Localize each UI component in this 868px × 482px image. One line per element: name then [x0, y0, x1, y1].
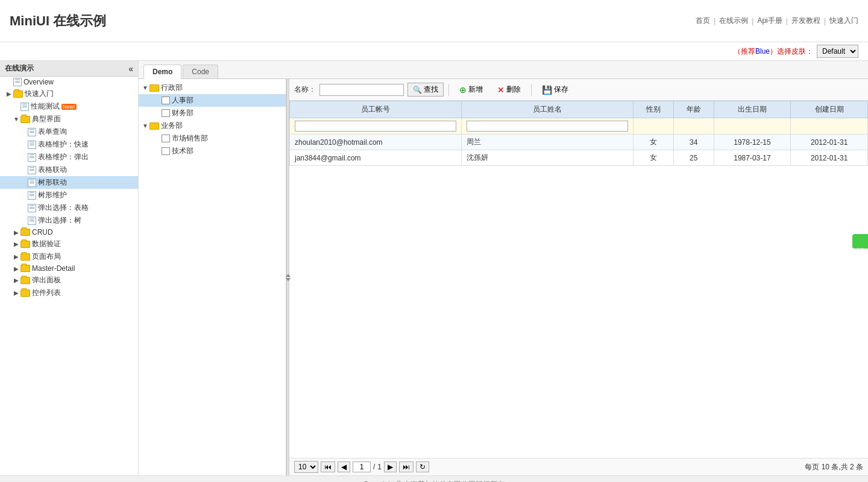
first-page-btn[interactable]: ⏮ — [321, 461, 335, 472]
dtree-item-jishu[interactable]: 技术部 — [139, 145, 286, 157]
edit-cell-name[interactable] — [462, 118, 634, 135]
header: MiniUI 在线示例 首页 | 在线示例 | Api手册 | 开发教程 | 快… — [0, 0, 868, 42]
tab-demo[interactable]: Demo — [143, 65, 181, 79]
delete-button[interactable]: ✕ 删除 — [492, 83, 526, 97]
splitter-arrows — [286, 274, 291, 281]
nav-home[interactable]: 首页 — [696, 16, 710, 26]
side-feedback-tab[interactable]: 反馈 — [852, 234, 868, 249]
next-page-btn[interactable]: ▶ — [384, 461, 397, 472]
dtree-item-xingzheng[interactable]: ▼ 行政部 — [139, 81, 286, 94]
table-row[interactable]: zhoulan2010@hotmail.com 周兰 女 34 1978-12-… — [290, 135, 868, 150]
del-btn-label: 删除 — [506, 84, 521, 95]
col-header-account: 员工帐号 — [290, 101, 462, 118]
nav-quickstart[interactable]: 快速入门 — [829, 16, 858, 26]
sidebar-item-grid-link[interactable]: 表格联动 — [0, 163, 138, 176]
sidebar-item-grid-quick[interactable]: 表格维护：快速 — [0, 138, 138, 151]
sidebar-item-typical[interactable]: ▼ 典型界面 — [0, 113, 138, 125]
sidebar-item-datavalidation[interactable]: ▶ 数据验证 — [0, 238, 138, 250]
folder-icon — [20, 277, 30, 284]
sidebar-item-quickstart[interactable]: ▶ 快速入门 — [0, 87, 138, 100]
toggle-icon — [153, 147, 162, 156]
folder-icon — [20, 253, 30, 261]
page-icon — [28, 128, 36, 136]
grid-icon — [162, 147, 170, 155]
save-button[interactable]: 💾 保存 — [536, 83, 574, 97]
skin-bar: （推荐Blue）选择皮肤： Default Blue Green — [0, 42, 868, 61]
toggle-icon — [5, 78, 13, 86]
sidebar-item-crud[interactable]: ▶ CRUD — [0, 227, 138, 238]
sidebar-item-tree-maintain[interactable]: 树形维护 — [0, 189, 138, 201]
nav-examples[interactable]: 在线示例 — [719, 16, 748, 26]
sidebar-item-perf[interactable]: 性能测试 New! — [0, 100, 138, 113]
toggle-icon — [12, 103, 20, 111]
dtree-item-caiwu[interactable]: 财务部 — [139, 107, 286, 119]
page-total-label: 每页 10 条,共 2 条 — [805, 462, 863, 472]
sidebar-item-label: 页面布局 — [32, 252, 61, 262]
edit-input-name[interactable] — [467, 121, 628, 132]
sidebar-item-popup-tree[interactable]: 弹出选择：树 — [0, 214, 138, 227]
edit-input-account[interactable] — [295, 121, 456, 132]
dept-tree-panel: ▼ 行政部 人事部 财务部 ▼ 业务部 — [139, 79, 286, 475]
col-header-gender: 性别 — [634, 101, 674, 118]
splitter[interactable] — [286, 79, 289, 475]
edit-cell-account[interactable] — [290, 118, 462, 135]
grid-icon — [162, 97, 170, 104]
sidebar-collapse-btn[interactable]: « — [128, 64, 133, 74]
folder-icon — [13, 90, 23, 98]
sidebar-item-label: 表格维护：弹出 — [38, 152, 89, 162]
sidebar-item-overview[interactable]: Overview — [0, 77, 138, 87]
skin-recommend-label: （推荐Blue）选择皮肤： — [734, 46, 813, 57]
table-row[interactable]: jan3844@gmail.com 沈孫妍 女 25 1987-03-17 20… — [290, 150, 868, 166]
page-icon — [13, 78, 22, 86]
cell-createdate: 2012-01-31 — [791, 135, 868, 150]
folder-icon — [149, 84, 159, 92]
last-page-btn[interactable]: ⏭ — [399, 461, 414, 472]
refresh-btn[interactable]: ↻ — [416, 461, 429, 472]
sidebar-item-label: 表格联动 — [38, 165, 67, 175]
main-layout: 在线演示 « Overview ▶ 快速入门 性能测试 New! — [0, 61, 868, 475]
splitter-arrow-down[interactable] — [286, 278, 291, 281]
toggle-icon: ▼ — [141, 122, 149, 130]
grid-body: zhoulan2010@hotmail.com 周兰 女 34 1978-12-… — [290, 118, 868, 166]
dtree-item-shichang[interactable]: 市场销售部 — [139, 132, 286, 145]
nav-api[interactable]: Api手册 — [757, 16, 782, 26]
right-panel: 名称： 🔍 查找 ⊕ 新增 ✕ 删除 — [289, 79, 868, 475]
folder-icon — [20, 265, 30, 272]
search-button[interactable]: 🔍 查找 — [407, 83, 444, 97]
data-grid: 员工帐号 员工姓名 性别 年龄 出生日期 创建日期 — [289, 101, 868, 458]
sidebar-item-label: 表格维护：快速 — [38, 139, 89, 150]
sidebar-item-masterdetail[interactable]: ▶ Master-Detail — [0, 263, 138, 274]
sidebar-item-tree-link[interactable]: 树形联动 — [0, 176, 138, 189]
dtree-item-renshi[interactable]: 人事部 — [139, 94, 286, 107]
cell-gender: 女 — [634, 135, 674, 150]
grid-icon — [162, 109, 170, 117]
sidebar-item-widget-list[interactable]: ▶ 控件列表 — [0, 287, 138, 299]
sidebar-item-layout[interactable]: ▶ 页面布局 — [0, 250, 138, 263]
sidebar-item-formquery[interactable]: 表单查询 — [0, 125, 138, 138]
splitter-arrow-up[interactable] — [286, 274, 291, 277]
sidebar-item-label: 弹出面板 — [32, 275, 61, 285]
save-icon: 💾 — [542, 85, 552, 95]
sidebar-item-label: 数据验证 — [32, 239, 61, 249]
folder-icon — [20, 229, 30, 236]
add-button[interactable]: ⊕ 新增 — [454, 83, 488, 97]
dtree-item-yewu[interactable]: ▼ 业务部 — [139, 119, 286, 132]
search-input[interactable] — [319, 84, 404, 96]
dtree-label: 人事部 — [172, 95, 193, 106]
page-number-input[interactable] — [353, 461, 371, 472]
toolbar-separator — [448, 84, 449, 96]
total-pages: 1 — [377, 463, 382, 471]
page-icon — [28, 141, 36, 149]
sidebar-item-popup-panel[interactable]: ▶ 弹出面板 — [0, 274, 138, 287]
sidebar-item-popup-grid[interactable]: 弹出选择：表格 — [0, 201, 138, 214]
tab-code[interactable]: Code — [183, 65, 218, 78]
skin-select[interactable]: Default Blue Green — [817, 45, 858, 58]
nav-tutorials[interactable]: 开发教程 — [791, 16, 820, 26]
col-header-age: 年龄 — [673, 101, 714, 118]
cell-birthdate: 1987-03-17 — [714, 150, 791, 166]
prev-page-btn[interactable]: ◀ — [338, 461, 350, 472]
sidebar-item-label: Master-Detail — [32, 264, 75, 273]
col-header-birthdate: 出生日期 — [714, 101, 791, 118]
sidebar-item-grid-popup[interactable]: 表格维护：弹出 — [0, 151, 138, 163]
page-size-select[interactable]: 10 20 50 — [294, 461, 318, 473]
